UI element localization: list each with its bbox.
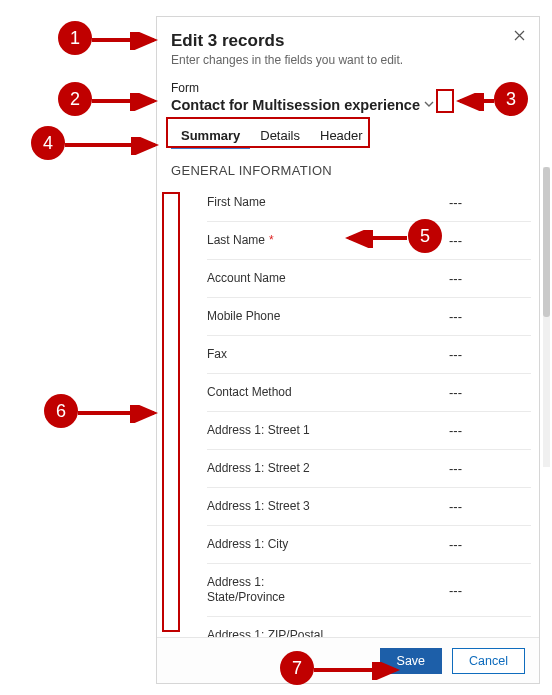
cancel-button[interactable]: Cancel: [452, 648, 525, 674]
field-value: ---: [449, 537, 519, 552]
close-icon: [514, 30, 525, 41]
field-label: Address 1: Street 3: [207, 499, 310, 514]
field-addr1-city[interactable]: Address 1: City---: [207, 526, 531, 564]
field-addr1-street3[interactable]: Address 1: Street 3---: [207, 488, 531, 526]
field-label: Address 1: State/Province: [207, 575, 337, 605]
arrow-1: [92, 32, 164, 50]
fields-list: First Name--- Last Name*--- Account Name…: [157, 184, 539, 654]
callout-3: 3: [494, 82, 528, 116]
field-label: Contact Method: [207, 385, 292, 400]
field-value: ---: [449, 309, 519, 324]
callout-5: 5: [408, 219, 442, 253]
callout-1: 1: [58, 21, 92, 55]
field-value: ---: [449, 195, 519, 210]
form-selector-dropdown[interactable]: [422, 95, 436, 113]
arrow-7: [314, 662, 406, 680]
field-value: ---: [449, 499, 519, 514]
field-label: Account Name: [207, 271, 286, 286]
callout-box-dropdown: [436, 89, 454, 113]
callout-box-fields: [162, 192, 180, 632]
callout-6: 6: [44, 394, 78, 428]
arrow-2: [92, 93, 164, 111]
callout-4: 4: [31, 126, 65, 160]
arrow-5: [343, 230, 411, 248]
scrollbar-thumb[interactable]: [543, 167, 550, 317]
arrow-3: [454, 93, 498, 111]
field-label: Address 1: Street 1: [207, 423, 310, 438]
section-header-general: GENERAL INFORMATION: [157, 149, 539, 184]
close-button[interactable]: [509, 25, 529, 45]
form-selector-name[interactable]: Contact for Multisession experience: [171, 97, 420, 113]
field-first-name[interactable]: First Name---: [207, 184, 531, 222]
chevron-down-icon: [424, 101, 434, 108]
required-asterisk: *: [269, 233, 274, 247]
field-value: ---: [449, 385, 519, 400]
callout-2: 2: [58, 82, 92, 116]
field-label: Fax: [207, 347, 227, 362]
field-label: Last Name*: [207, 233, 274, 248]
field-value: ---: [449, 461, 519, 476]
arrow-6: [78, 405, 164, 423]
field-label: Address 1: Street 2: [207, 461, 310, 476]
field-account-name[interactable]: Account Name---: [207, 260, 531, 298]
field-mobile-phone[interactable]: Mobile Phone---: [207, 298, 531, 336]
field-label: Address 1: City: [207, 537, 288, 552]
arrow-4: [65, 137, 165, 155]
field-label: First Name: [207, 195, 266, 210]
dialog-subtitle: Enter changes in the fields you want to …: [171, 53, 525, 67]
callout-box-tabs: [166, 117, 370, 148]
field-contact-method[interactable]: Contact Method---: [207, 374, 531, 412]
callout-7: 7: [280, 651, 314, 685]
field-value: ---: [449, 271, 519, 286]
field-value: ---: [449, 233, 519, 248]
field-addr1-street2[interactable]: Address 1: Street 2---: [207, 450, 531, 488]
field-value: ---: [449, 583, 519, 598]
field-label: Mobile Phone: [207, 309, 280, 324]
field-addr1-street1[interactable]: Address 1: Street 1---: [207, 412, 531, 450]
dialog-title: Edit 3 records: [171, 31, 525, 51]
field-fax[interactable]: Fax---: [207, 336, 531, 374]
field-value: ---: [449, 423, 519, 438]
field-addr1-state[interactable]: Address 1: State/Province---: [207, 564, 531, 617]
field-value: ---: [449, 347, 519, 362]
